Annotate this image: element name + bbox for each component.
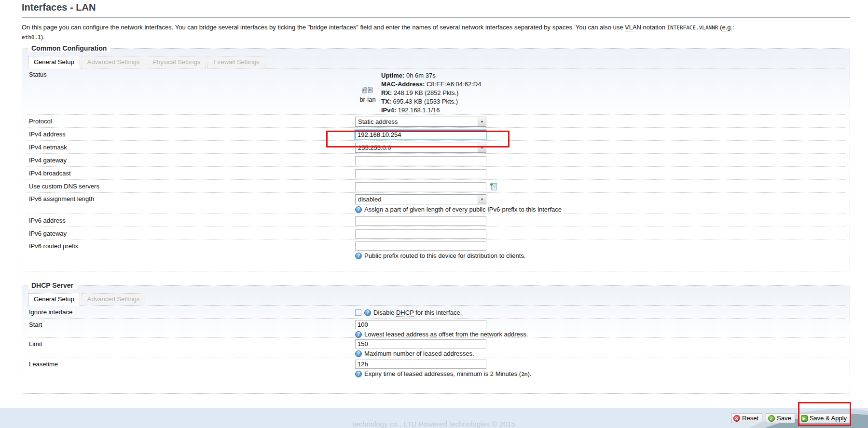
row-ignore-interface: Ignore interface ? Disable DHCP for this…: [27, 306, 845, 319]
ignore-interface-help: Disable DHCP for this interface.: [373, 309, 462, 316]
interface-device: br-lan: [355, 74, 380, 114]
row-dhcp-limit: Limit ? Maximum number of leased address…: [27, 338, 845, 358]
common-configuration-legend: Common Configuration: [28, 44, 110, 52]
ipv4-address-input[interactable]: [355, 130, 486, 139]
status-line-ipv4: IPv4: 192.168.1.1/16: [381, 106, 481, 115]
dhcp-server-legend: DHCP Server: [28, 281, 77, 289]
status-label: Status: [29, 68, 355, 114]
dhcp-tab-general-setup[interactable]: General Setup: [28, 293, 80, 306]
status-info: Uptime: 0h 6m 37s MAC-Address: C8:EE:A6:…: [381, 70, 481, 114]
reset-button[interactable]: ✕Reset: [731, 413, 762, 423]
description-text: On this page you can configure the netwo…: [22, 24, 625, 31]
row-protocol: Protocol Static address ▼: [27, 115, 845, 128]
ipv4-netmask-label: IPv4 netmask: [29, 141, 355, 153]
dhcp-abbr: DHCP: [396, 309, 414, 317]
ipv6-routed-prefix-label: IPv6 routed prefix: [29, 240, 355, 262]
ipv4-address-label: IPv4 address: [29, 128, 355, 140]
leasetime-min-code: 2m: [521, 371, 527, 377]
reset-icon: ✕: [733, 415, 740, 422]
ipv6-routed-prefix-input[interactable]: [355, 241, 486, 251]
page-title: Interfaces - LAN: [22, 2, 96, 13]
status-line-uptime: Uptime: 0h 6m 37s: [381, 71, 481, 80]
protocol-label: Protocol: [29, 115, 355, 127]
description-text: :: [732, 24, 734, 31]
help-icon: ?: [355, 350, 362, 357]
ipv6-assignment-select[interactable]: disabled ▼: [355, 194, 486, 204]
common-config-tabs: General Setup Advanced Settings Physical…: [27, 55, 845, 68]
status-line-tx: TX: 695.43 KB (1533 Pkts.): [381, 97, 481, 106]
bridge-interface-icon: [361, 86, 374, 95]
custom-dns-input[interactable]: [355, 182, 486, 191]
ipv4-gateway-label: IPv4 gateway: [29, 154, 355, 166]
ipv4-netmask-selected-value: 255.255.0.0: [356, 143, 478, 152]
interface-vlannr-code: INTERFACE.VLANNR: [667, 25, 718, 31]
help-icon: ?: [355, 331, 362, 338]
dhcp-leasetime-input[interactable]: [355, 360, 486, 369]
ipv6-assignment-selected-value: disabled: [356, 195, 478, 204]
protocol-select[interactable]: Static address ▼: [355, 117, 486, 127]
row-dhcp-start: Start ? Lowest leased address as offset …: [27, 319, 845, 338]
description-text: ).: [41, 33, 45, 40]
ipv4-netmask-select[interactable]: 255.255.0.0 ▼: [355, 143, 486, 153]
page-description: On this page you can configure the netwo…: [22, 23, 748, 41]
row-ipv4-netmask: IPv4 netmask 255.255.0.0 ▼: [27, 141, 845, 154]
description-text: notation: [641, 24, 667, 31]
row-ipv4-gateway: IPv4 gateway: [27, 154, 845, 167]
status-line-rx: RX: 248.19 KB (2852 Pkts.): [381, 89, 481, 97]
ipv4-gateway-input[interactable]: [355, 156, 486, 165]
help-icon: ?: [355, 206, 362, 213]
row-ipv6-assignment: IPv6 assignment length disabled ▼ ? Assi…: [27, 193, 845, 214]
dhcp-tab-advanced-settings[interactable]: Advanced Settings: [82, 293, 145, 305]
ipv6-gateway-input[interactable]: [355, 229, 486, 239]
ipv6-assignment-label: IPv6 assignment length: [29, 193, 355, 214]
dhcp-server-section: DHCP Server General Setup Advanced Setti…: [22, 285, 850, 394]
common-configuration-section: Common Configuration General Setup Advan…: [22, 48, 850, 271]
dhcp-start-label: Start: [29, 319, 355, 337]
custom-dns-label: Use custom DNS servers: [29, 180, 355, 192]
ipv6-routed-prefix-help: ? Public prefix routed to this device fo…: [355, 252, 526, 259]
dhcp-limit-label: Limit: [29, 338, 355, 358]
eth01-code: eth0.1: [22, 34, 41, 40]
dhcp-tabs: General Setup Advanced Settings: [27, 293, 845, 306]
tab-general-setup[interactable]: General Setup: [28, 56, 80, 68]
ignore-interface-checkbox[interactable]: [355, 309, 361, 316]
add-entry-icon[interactable]: [489, 183, 497, 191]
interface-name: br-lan: [359, 96, 375, 103]
vlan-abbr: VLAN: [625, 24, 641, 31]
ipv6-address-input[interactable]: [355, 216, 486, 226]
protocol-selected-value: Static address: [356, 117, 478, 126]
chevron-down-icon: ▼: [478, 195, 486, 204]
ipv4-broadcast-label: IPv4 broadcast: [29, 167, 355, 179]
row-ipv4-broadcast: IPv4 broadcast: [27, 167, 845, 180]
tab-physical-settings[interactable]: Physical Settings: [147, 56, 206, 68]
dhcp-limit-help: ? Maximum number of leased addresses.: [355, 350, 486, 357]
ipv6-assignment-help: ? Assign a part of given length of every…: [355, 206, 562, 213]
tab-advanced-settings[interactable]: Advanced Settings: [82, 56, 145, 68]
row-ipv6-address: IPv6 address: [27, 214, 845, 227]
tab-firewall-settings[interactable]: Firewall Settings: [207, 56, 265, 68]
help-icon: ?: [355, 371, 362, 377]
row-ipv6-routed-prefix: IPv6 routed prefix ? Public prefix route…: [27, 240, 845, 262]
row-ipv4-address: IPv4 address: [27, 128, 845, 141]
help-icon: ?: [355, 253, 362, 259]
dhcp-limit-input[interactable]: [355, 339, 486, 348]
row-dhcp-leasetime: Leasetime ? Expiry time of leased addres…: [27, 358, 845, 378]
save-icon: ✓: [768, 415, 775, 422]
page-actions: ✕Reset ✓Save ▶Save & Apply: [731, 413, 851, 423]
ignore-interface-label: Ignore interface: [29, 306, 355, 318]
apply-icon: ▶: [801, 415, 808, 422]
dhcp-start-help: ? Lowest leased address as offset from t…: [355, 331, 528, 338]
save-apply-button[interactable]: ▶Save & Apply: [799, 413, 851, 423]
dhcp-start-input[interactable]: [355, 320, 486, 329]
help-icon: ?: [364, 309, 371, 316]
ipv4-broadcast-input[interactable]: [355, 169, 486, 178]
status-line-mac: MAC-Address: C8:EE:A6:04:62:D4: [381, 80, 481, 89]
row-ipv6-gateway: IPv6 gateway: [27, 227, 845, 240]
save-button[interactable]: ✓Save: [766, 413, 795, 423]
ipv6-gateway-label: IPv6 gateway: [29, 227, 355, 240]
row-status: Status br-lan Upti: [27, 68, 845, 115]
row-custom-dns: Use custom DNS servers: [27, 180, 845, 193]
chevron-down-icon: ▼: [478, 117, 486, 126]
chevron-down-icon: ▼: [478, 143, 486, 152]
ipv6-address-label: IPv6 address: [29, 214, 355, 227]
